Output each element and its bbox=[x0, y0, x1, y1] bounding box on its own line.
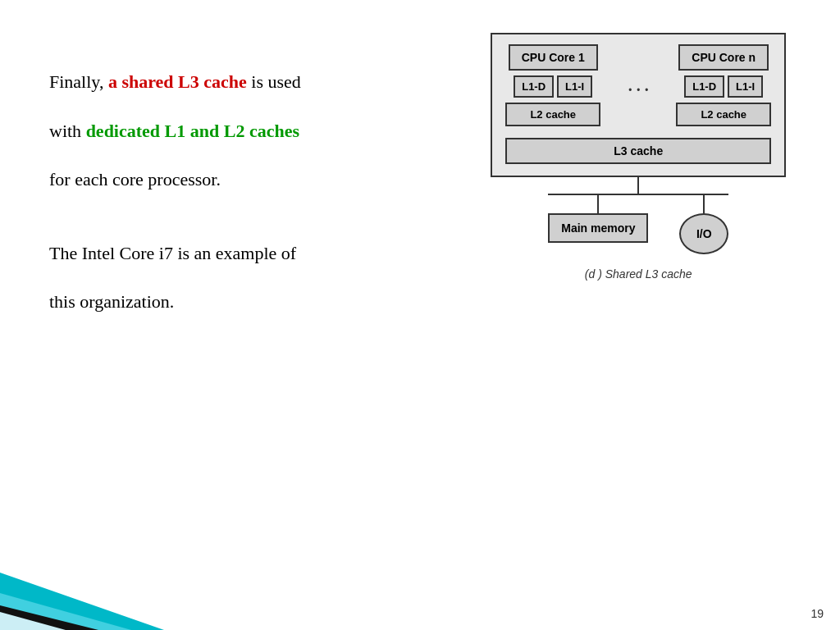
l1-row-n: L1-D L1-I bbox=[684, 75, 763, 98]
l1i-n-box: L1-I bbox=[728, 75, 763, 98]
paragraph-5: this organization. bbox=[49, 285, 404, 318]
paragraph-4: The Intel Core i7 is an example of bbox=[49, 237, 404, 270]
text-is-used: is used bbox=[251, 71, 301, 92]
core-n-group: CPU Core n L1-D L1-I L2 cache bbox=[676, 44, 771, 126]
dots: · · · bbox=[628, 72, 649, 99]
page-number: 19 bbox=[810, 607, 824, 620]
l2-1-box: L2 cache bbox=[505, 103, 600, 126]
vertical-line bbox=[637, 177, 639, 194]
paragraph-1: Finally, a shared L3 cache is used bbox=[49, 66, 404, 98]
core-1-group: CPU Core 1 L1-D L1-I L2 cache bbox=[505, 44, 600, 126]
right-panel: CPU Core 1 L1-D L1-I L2 cache · · · CPU … bbox=[436, 0, 840, 630]
bottom-decoration bbox=[0, 540, 279, 630]
left-panel: Finally, a shared L3 cache is used with … bbox=[0, 0, 436, 630]
diagram-caption: (d ) Shared L3 cache bbox=[585, 267, 692, 281]
text-with: with bbox=[49, 121, 81, 141]
text-intel-core: The Intel Core i7 is an example of bbox=[49, 243, 296, 263]
branches-row: Main memory I/O bbox=[548, 195, 728, 254]
highlight-shared-l3: a shared L3 cache bbox=[108, 71, 247, 92]
slide: Finally, a shared L3 cache is used with … bbox=[0, 0, 840, 630]
text-for-each-core: for each core processor. bbox=[49, 169, 221, 189]
text-this-org: this organization. bbox=[49, 291, 174, 312]
diagram: CPU Core 1 L1-D L1-I L2 cache · · · CPU … bbox=[491, 33, 786, 281]
branch-line-right bbox=[703, 195, 705, 213]
connector-section: Main memory I/O bbox=[491, 177, 786, 254]
paragraph-3: for each core processor. bbox=[49, 163, 404, 196]
l1i-1-box: L1-I bbox=[557, 75, 592, 98]
branch-memory: Main memory bbox=[548, 195, 648, 243]
l2-n-box: L2 cache bbox=[676, 103, 771, 126]
cpu-outer-box: CPU Core 1 L1-D L1-I L2 cache · · · CPU … bbox=[491, 33, 786, 177]
cpu-core-1-box: CPU Core 1 bbox=[509, 44, 598, 71]
paragraph-2: with dedicated L1 and L2 caches bbox=[49, 115, 404, 148]
l1-row-1: L1-D L1-I bbox=[514, 75, 592, 98]
l1d-1-box: L1-D bbox=[514, 75, 554, 98]
branch-line-left bbox=[597, 195, 599, 213]
branch-io: I/O bbox=[679, 195, 728, 254]
io-box: I/O bbox=[679, 213, 728, 254]
l1d-n-box: L1-D bbox=[684, 75, 724, 98]
main-memory-box: Main memory bbox=[548, 213, 648, 243]
text-finally: Finally, bbox=[49, 71, 103, 92]
cpu-core-n-box: CPU Core n bbox=[678, 44, 769, 71]
l3-box: L3 cache bbox=[505, 138, 771, 164]
decoration-svg bbox=[0, 540, 279, 630]
highlight-dedicated-l1-l2: dedicated L1 and L2 caches bbox=[86, 121, 299, 141]
cpu-cores-row: CPU Core 1 L1-D L1-I L2 cache · · · CPU … bbox=[505, 44, 771, 126]
